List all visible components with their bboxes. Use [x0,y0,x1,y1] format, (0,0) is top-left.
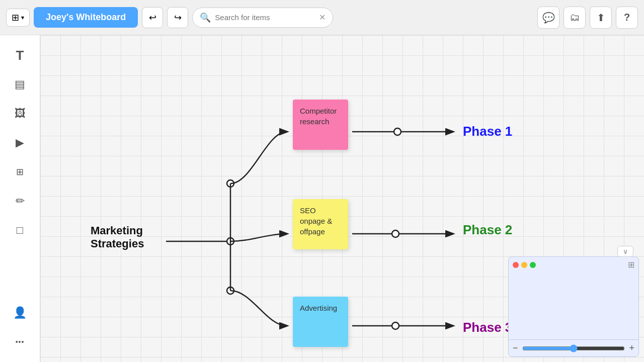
help-icon: ? [624,12,630,23]
phase3-label: Phase 3 [463,320,512,335]
undo-button[interactable]: ↩ [142,7,163,28]
svg-point-14 [392,322,399,329]
comment-button[interactable]: 💬 [537,7,559,29]
table-tool-button[interactable]: ⊞ [7,159,33,185]
minimap-body [509,273,638,339]
redo-button[interactable]: ↪ [167,7,188,28]
layers-button[interactable]: 🗂 [564,7,586,29]
text-tool-button[interactable]: T [7,42,33,68]
zoom-in-button[interactable]: + [629,343,634,353]
grid-menu-button[interactable]: ⊞ ▾ [6,9,30,27]
svg-point-11 [392,230,399,237]
shape-icon: ▤ [15,78,25,91]
chevron-down-icon: ▾ [21,14,24,21]
minimap-minimize-dot[interactable] [521,262,527,268]
help-button[interactable]: ? [616,7,638,29]
image-icon: 🖼 [15,107,26,120]
search-icon: 🔍 [200,12,211,23]
redo-icon: ↪ [174,12,182,23]
svg-point-5 [227,287,234,294]
phase2-label: Phase 2 [463,222,512,238]
zoom-slider[interactable] [522,344,625,352]
shape-tool-button[interactable]: ▤ [7,71,33,98]
user-icon: 👤 [13,306,27,319]
search-input[interactable] [215,13,315,22]
canvas[interactable]: MarketingStrategies Competitor research … [40,35,644,362]
marketing-strategies-label: MarketingStrategies [91,224,144,251]
minimap-grid-icon[interactable]: ⊞ [628,260,634,269]
minimap-panel: ∨ ⊞ − + [508,256,639,357]
search-clear-button[interactable]: ✕ [319,13,326,22]
video-tool-button[interactable]: ▶ [7,130,33,156]
left-sidebar: T ▤ 🖼 ▶ ⊞ ✏ □ 👤 ••• [0,35,40,362]
layers-icon: 🗂 [570,12,580,23]
minimap-header: ⊞ [509,257,638,273]
minimap-maximize-dot[interactable] [530,262,536,268]
minimap-footer: − + [509,339,638,356]
search-bar: 🔍 ✕ [192,8,333,28]
minimap-close-dot[interactable] [513,262,519,268]
more-icon: ••• [16,338,25,346]
whiteboard-title-button[interactable]: Joey's Whiteboard [34,7,138,28]
text-icon: T [16,48,24,63]
user-tool-button[interactable]: 👤 [7,300,33,326]
zoom-out-button[interactable]: − [513,343,518,353]
svg-point-3 [227,180,234,187]
advertising-note[interactable]: Advertising [293,297,348,347]
share-button[interactable]: ⬆ [590,7,612,29]
svg-point-8 [394,128,401,135]
more-tool-button[interactable]: ••• [7,329,33,355]
image-tool-button[interactable]: 🖼 [7,101,33,127]
phase1-label: Phase 1 [463,124,512,139]
seo-note[interactable]: SEO onpage & offpage [293,199,348,249]
undo-icon: ↩ [149,12,156,23]
upload-icon: ⬆ [597,12,605,24]
frame-icon: □ [17,224,23,237]
competitor-research-note[interactable]: Competitor research [293,100,348,150]
table-icon: ⊞ [16,166,24,177]
video-icon: ▶ [16,136,24,149]
grid-icon: ⊞ [12,12,19,23]
pen-icon: ✏ [16,195,25,208]
frame-tool-button[interactable]: □ [7,217,33,243]
minimap-collapse-button[interactable]: ∨ [617,246,633,257]
pen-tool-button[interactable]: ✏ [7,188,33,214]
svg-point-4 [227,238,234,245]
comment-icon: 💬 [542,12,555,24]
